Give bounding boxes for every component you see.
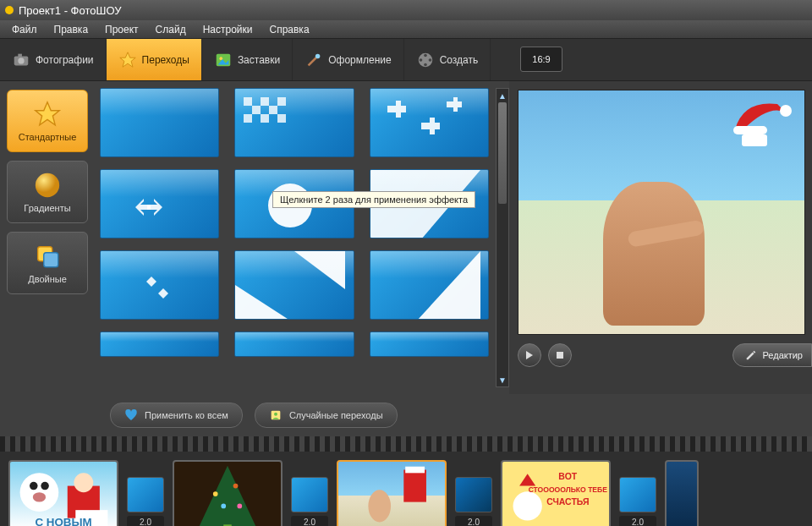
timeline-slide[interactable]: 2★T 8.0 — [173, 460, 283, 526]
tab-transitions[interactable]: Переходы — [107, 39, 202, 80]
timeline-transition[interactable]: 2.0 — [619, 460, 656, 526]
transition-thumb[interactable] — [234, 331, 354, 357]
timeline-transition[interactable]: 2.0 — [291, 460, 328, 526]
random-transitions-label: Случайные переходы — [289, 410, 383, 420]
sphere-icon — [33, 171, 62, 200]
stop-button[interactable] — [548, 343, 572, 367]
menu-file[interactable]: Файл — [3, 21, 46, 38]
transition-thumb[interactable] — [370, 331, 489, 357]
menu-project[interactable]: Проект — [96, 21, 147, 38]
transition-thumb[interactable] — [370, 88, 489, 157]
svg-rect-23 — [261, 114, 269, 123]
svg-point-46 — [213, 491, 218, 496]
svg-point-11 — [424, 63, 427, 66]
svg-text:ВОТ: ВОТ — [558, 472, 577, 481]
svg-marker-13 — [36, 102, 59, 125]
svg-rect-20 — [252, 106, 261, 114]
star-icon — [33, 100, 62, 129]
random-transitions-button[interactable]: Случайные переходы — [255, 403, 398, 428]
svg-rect-52 — [405, 467, 425, 474]
tab-photos[interactable]: Фотографии — [0, 39, 107, 80]
timeline-transition[interactable]: 2.0 — [127, 460, 164, 526]
timeline-slide[interactable]: С НОВЫМ 1★T 8.0 — [8, 460, 118, 526]
star-icon — [118, 51, 137, 69]
tab-create-label: Создать — [440, 54, 479, 66]
svg-point-5 — [219, 57, 222, 60]
tab-splash-label: Заставки — [238, 54, 280, 66]
play-button[interactable] — [518, 343, 541, 367]
transition-thumb-icon — [127, 477, 164, 512]
heart-icon — [124, 408, 138, 422]
menu-edit[interactable]: Правка — [46, 21, 97, 38]
svg-point-54 — [513, 491, 542, 520]
svg-point-14 — [36, 173, 59, 197]
tab-photos-label: Фотографии — [36, 54, 94, 66]
scrollbar-thumb[interactable] — [498, 102, 507, 204]
transition-duration: 2.0 — [619, 516, 656, 526]
svg-rect-24 — [277, 114, 286, 123]
aspect-ratio-button[interactable]: 16:9 — [520, 47, 562, 72]
transition-thumb[interactable] — [370, 250, 489, 320]
transition-thumb[interactable] — [100, 169, 219, 238]
menu-settings[interactable]: Настройки — [195, 21, 261, 38]
santa-overlay-icon — [727, 96, 794, 146]
preview-viewport — [518, 90, 805, 335]
category-gradients[interactable]: Градиенты — [7, 161, 88, 223]
person-icon — [269, 408, 283, 422]
scrollbar[interactable]: ▲ ▼ — [496, 88, 509, 387]
tab-create[interactable]: Создать — [404, 39, 491, 80]
transition-thumb[interactable] — [100, 331, 219, 357]
transition-thumb[interactable] — [234, 250, 354, 320]
svg-rect-17 — [244, 97, 252, 106]
svg-text:С НОВЫМ: С НОВЫМ — [35, 516, 91, 526]
slides-row[interactable]: С НОВЫМ 1★T 8.0 2.0 2★T 8.0 2.0 — [0, 452, 812, 526]
menu-help[interactable]: Справка — [261, 21, 317, 38]
apply-all-label: Применить ко всем — [145, 410, 228, 420]
category-standard[interactable]: Стандартные — [7, 90, 88, 152]
svg-marker-55 — [519, 474, 535, 485]
svg-marker-3 — [119, 52, 134, 66]
timeline-slide[interactable]: 5 — [665, 460, 699, 526]
transition-thumb[interactable] — [100, 88, 219, 157]
tab-design[interactable]: Оформление — [293, 39, 403, 80]
tabbar: Фотографии Переходы Заставки Оформление … — [0, 39, 812, 81]
svg-rect-31 — [733, 126, 767, 134]
filmstrip-decor — [0, 436, 812, 452]
app-icon — [5, 6, 14, 14]
svg-point-38 — [30, 482, 38, 490]
transition-thumb[interactable] — [234, 88, 354, 157]
svg-rect-34 — [557, 352, 563, 359]
transition-duration: 2.0 — [127, 516, 164, 526]
svg-point-40 — [33, 492, 46, 501]
timeline-slide[interactable]: ВОТСТОООООЛЬКО ТЕБЕСЧАСТЬЯ 4★T 8.0 — [501, 460, 611, 526]
transition-grid-wrap: Щелкните 2 раза для применения эффекта ▲… — [95, 81, 509, 394]
svg-marker-29 — [417, 251, 480, 320]
panel-buttons-row: Применить ко всем Случайные переходы — [0, 394, 812, 436]
edit-slide-button[interactable]: Редактир — [732, 343, 812, 367]
timeline-slide[interactable]: 3★T 8.0 — [337, 460, 447, 526]
category-double[interactable]: Двойные — [7, 232, 88, 294]
window-title: Проект1 - ФотоШОУ — [19, 4, 121, 17]
transition-duration: 2.0 — [455, 516, 492, 526]
transition-thumb[interactable] — [100, 250, 219, 320]
playback-controls — [518, 343, 572, 367]
timeline-transition[interactable]: 2.0 — [455, 460, 492, 526]
svg-point-48 — [221, 504, 226, 509]
tab-splash[interactable]: Заставки — [202, 39, 293, 80]
svg-point-49 — [237, 504, 242, 509]
scroll-down-icon[interactable]: ▼ — [497, 373, 508, 386]
svg-marker-33 — [526, 351, 533, 359]
svg-rect-2 — [18, 53, 22, 57]
scroll-up-icon[interactable]: ▲ — [497, 89, 508, 102]
apply-all-button[interactable]: Применить ко всем — [110, 403, 243, 428]
brush-icon — [304, 51, 323, 69]
svg-rect-16 — [44, 253, 58, 267]
category-column: Стандартные Градиенты Двойные — [0, 81, 95, 394]
svg-rect-51 — [403, 470, 426, 502]
menu-slide[interactable]: Слайд — [147, 21, 195, 38]
svg-point-7 — [315, 53, 321, 58]
svg-point-37 — [20, 473, 59, 512]
svg-rect-32 — [742, 134, 767, 146]
transition-thumb-icon — [619, 477, 656, 512]
svg-marker-28 — [294, 251, 345, 289]
